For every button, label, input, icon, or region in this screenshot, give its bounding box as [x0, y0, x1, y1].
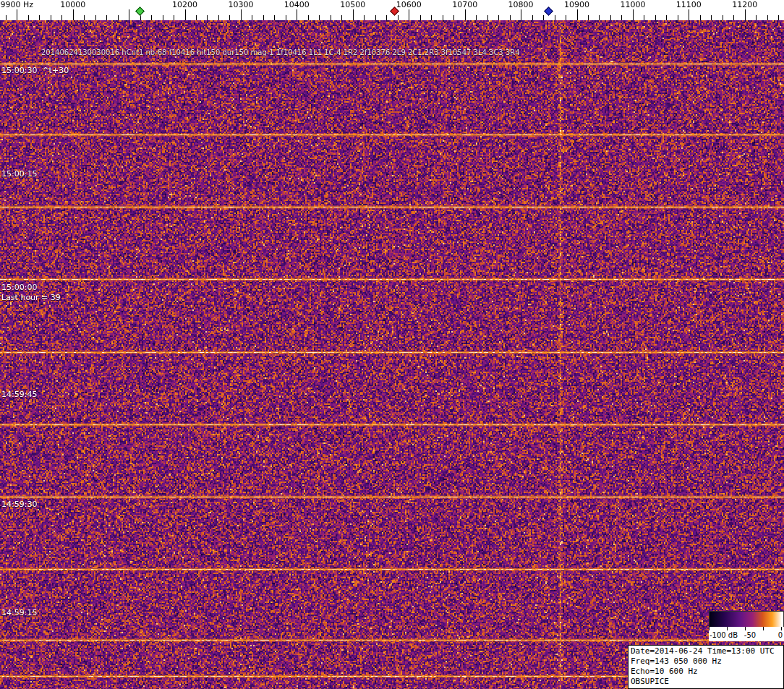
db-scale-labels: -100 dB -50 0 [709, 630, 784, 641]
station-info-box: Date=2014-06-24 Time=13:00 UTCFreq=143 0… [628, 645, 784, 689]
freq-tick-label: 11200 [732, 0, 757, 10]
freq-tick-label: 10800 [508, 0, 534, 10]
event-header-text: 20140624130030016 hCnt1 nb-68 f10416 hit… [41, 48, 520, 56]
db-gradient-bar [709, 611, 784, 627]
time-label: 14:59:15 [1, 608, 37, 617]
freq-tick-label: 11000 [620, 0, 645, 10]
spectrogram-canvas [0, 20, 784, 689]
freq-tick-label: 10000 [60, 0, 85, 10]
freq-tick-label: 10200 [172, 0, 197, 10]
db-label-min: -100 dB [710, 631, 738, 639]
db-label-mid: -50 [744, 631, 756, 639]
freq-tick-label: 10500 [340, 0, 365, 10]
info-line: Freq=143 050 000 Hz [631, 656, 781, 667]
spectrogram-app: 9900 Hz100001020010300104001050010600107… [0, 0, 784, 689]
last-hour-count: Last hour = 39 [1, 293, 61, 302]
freq-tick-label: 10900 [564, 0, 589, 10]
info-line: OBSUPICE [631, 677, 781, 687]
db-color-scale: -100 dB -50 0 [709, 611, 784, 641]
freq-tick-label: 10700 [452, 0, 477, 10]
frequency-ruler: 9900 Hz100001020010300104001050010600107… [0, 0, 784, 20]
time-label: 14:59:45 [1, 390, 37, 399]
info-line: Echo=10 600 Hz [631, 667, 781, 677]
db-label-max: 0 [778, 631, 783, 639]
time-label: 15:00:30 ^t+30 [1, 66, 69, 75]
waterfall-plot: 20140624130030016 hCnt1 nb-68 f10416 hit… [0, 20, 784, 689]
freq-tick-label: 11100 [676, 0, 702, 10]
time-label: 15:00:00 [1, 283, 37, 292]
time-label: 14:59:30 [1, 500, 37, 509]
info-line: Date=2014-06-24 Time=13:00 UTC [631, 646, 781, 656]
freq-tick-label: 10300 [228, 0, 253, 10]
freq-tick-label: 9900 Hz [0, 0, 33, 10]
freq-tick-label: 10600 [396, 0, 422, 10]
time-label: 15:00:15 [1, 169, 37, 179]
freq-tick-label: 10400 [284, 0, 310, 10]
